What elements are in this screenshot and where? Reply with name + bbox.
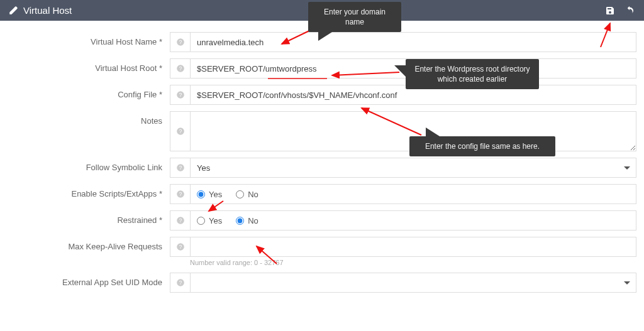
row-ext-uid-mode: External App Set UID Mode ? (8, 273, 636, 293)
label-ext-uid-mode: External App Set UID Mode (8, 273, 170, 287)
enable-scripts-radiogroup: Yes No (190, 184, 636, 204)
max-keepalive-input[interactable] (190, 237, 636, 257)
save-button[interactable] (605, 6, 615, 16)
radio-label-no: No (248, 216, 258, 225)
label-enable-scripts: Enable Scripts/ExtApps * (8, 184, 170, 198)
enable-scripts-yes[interactable]: Yes (197, 190, 222, 199)
radio-label-no: No (248, 190, 258, 199)
radio-label-yes: Yes (209, 190, 222, 199)
restrained-yes-radio[interactable] (197, 217, 205, 225)
enable-scripts-yes-radio[interactable] (197, 190, 205, 198)
svg-text:?: ? (179, 92, 182, 98)
svg-text:?: ? (179, 244, 182, 250)
help-icon[interactable]: ? (170, 237, 190, 257)
row-max-keepalive: Max Keep-Alive Requests ? Number valid r… (8, 237, 636, 266)
restrained-yes[interactable]: Yes (197, 216, 222, 225)
label-restrained: Restrained * (8, 210, 170, 225)
vhost-name-input[interactable] (190, 32, 636, 52)
svg-text:?: ? (179, 129, 182, 134)
label-follow-symlink: Follow Symbolic Link (8, 158, 170, 172)
tooltip-domain: Enter your domain name (308, 2, 401, 32)
radio-label-yes: Yes (209, 216, 222, 225)
restrained-no[interactable]: No (236, 216, 258, 225)
tooltip-root: Enter the Wordpress root directory which… (406, 59, 539, 89)
label-config-file: Config File * (8, 85, 170, 99)
help-icon[interactable]: ? (170, 32, 190, 52)
tooltip-text: Enter the Wordpress root directory which… (414, 65, 530, 84)
restrained-no-radio[interactable] (236, 217, 244, 225)
svg-text:?: ? (179, 218, 182, 224)
svg-text:?: ? (179, 192, 182, 197)
tooltip-text: Enter your domain name (324, 8, 386, 26)
follow-symlink-select[interactable]: Yes (190, 158, 636, 178)
max-keepalive-hint: Number valid range: 0 - 32767 (190, 259, 636, 266)
help-icon[interactable]: ? (170, 210, 190, 231)
row-follow-symlink: Follow Symbolic Link ? Yes (8, 158, 636, 178)
restrained-radiogroup: Yes No (190, 210, 636, 231)
tooltip-text: Enter the config file same as here. (425, 142, 540, 151)
tooltip-config: Enter the config file same as here. (409, 136, 555, 156)
help-icon[interactable]: ? (170, 111, 190, 151)
help-icon[interactable]: ? (170, 58, 190, 79)
enable-scripts-no[interactable]: No (236, 190, 258, 199)
row-restrained: Restrained * ? Yes No (8, 210, 636, 231)
help-icon[interactable]: ? (170, 158, 190, 178)
edit-icon (9, 6, 18, 15)
svg-text:?: ? (179, 165, 182, 171)
row-vhost-root: Virtual Host Root * ? (8, 58, 636, 79)
enable-scripts-no-radio[interactable] (236, 190, 244, 198)
svg-text:?: ? (179, 40, 182, 45)
label-notes: Notes (8, 111, 170, 126)
help-icon[interactable]: ? (170, 85, 190, 105)
panel-title: Virtual Host (23, 5, 72, 16)
help-icon[interactable]: ? (170, 184, 190, 204)
label-max-keepalive: Max Keep-Alive Requests (8, 237, 170, 251)
form-area: Virtual Host Name * ? Virtual Host Root … (0, 21, 644, 300)
svg-text:?: ? (179, 280, 182, 286)
label-vhost-root: Virtual Host Root * (8, 58, 170, 73)
label-vhost-name: Virtual Host Name * (8, 32, 170, 46)
help-icon[interactable]: ? (170, 273, 190, 293)
ext-uid-mode-select[interactable] (190, 273, 636, 293)
svg-text:?: ? (179, 66, 182, 72)
back-button[interactable] (624, 6, 635, 16)
row-config-file: Config File * ? (8, 85, 636, 105)
row-enable-scripts: Enable Scripts/ExtApps * ? Yes No (8, 184, 636, 204)
